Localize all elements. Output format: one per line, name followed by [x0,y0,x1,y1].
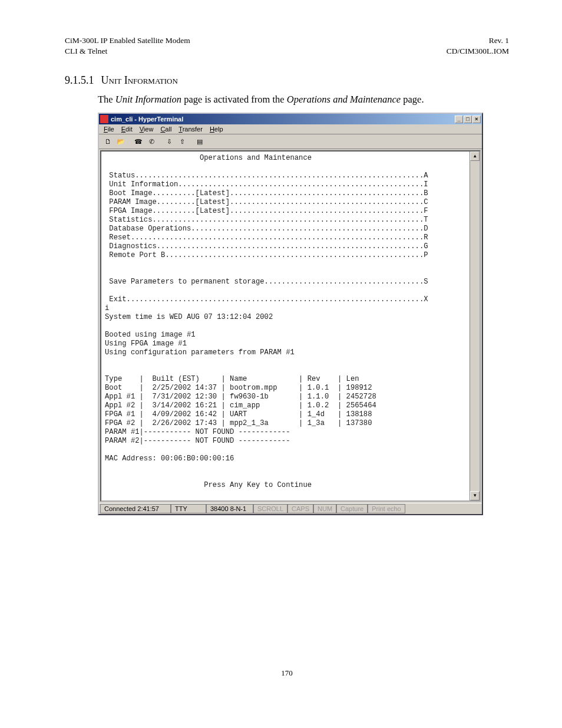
menu-help[interactable]: Help [210,126,223,133]
open-icon[interactable]: 📂 [114,136,127,147]
close-button[interactable]: × [472,116,481,123]
scroll-track[interactable] [470,161,480,491]
scroll-up-icon[interactable]: ▴ [470,151,480,161]
window-title: cim_cli - HyperTerminal [111,116,455,123]
menubar: File Edit View Call Transfer Help [99,124,482,134]
status-rate: 38400 8-N-1 [206,504,253,513]
status-num: NUM [313,504,336,513]
vertical-scrollbar[interactable]: ▴ ▾ [470,151,480,500]
terminal-area: Operations and Maintenance Status.......… [100,150,481,502]
menu-file[interactable]: File [104,126,114,133]
maximize-button[interactable]: □ [464,116,472,123]
status-capture: Capture [336,504,368,513]
intro-em1: Unit Information [115,94,181,105]
statusbar: Connected 2:41:57 TTY 38400 8-N-1 SCROLL… [99,503,482,514]
menu-view[interactable]: View [140,126,154,133]
section-number: 9.1.5.1 [65,74,94,87]
intro-text: The [98,94,115,105]
call-disconnect-icon[interactable]: ✆ [145,136,158,147]
section-title: Unit Information [101,74,178,86]
toolbar: 🗋 📂 ☎ ✆ ⇩ ⇧ ▤ [99,134,482,149]
call-connect-icon[interactable]: ☎ [132,136,145,147]
menu-edit[interactable]: Edit [121,126,133,133]
header-right: Rev. 1 CD/CIM300L.IOM [447,35,509,57]
status-printecho: Print echo [368,504,405,513]
status-emulation: TTY [171,504,206,513]
new-doc-icon[interactable]: 🗋 [101,136,114,147]
header-left: CiM-300L IP Enabled Satellite Modem CLI … [65,35,190,57]
send-icon[interactable]: ⇩ [163,136,176,147]
minimize-button[interactable]: _ [455,116,463,123]
menu-call[interactable]: Call [160,126,171,133]
app-icon [100,115,108,123]
intro-suffix: page. [401,94,424,105]
intro-mid: page is activated from the [181,94,287,105]
status-connected: Connected 2:41:57 [100,504,171,513]
status-scroll: SCROLL [253,504,287,513]
terminal-output[interactable]: Operations and Maintenance Status.......… [101,151,470,500]
intro-em2: Operations and Maintenance [287,94,401,105]
doc-header: CiM-300L IP Enabled Satellite Modem CLI … [65,35,509,57]
status-caps: CAPS [287,504,313,513]
hyperterminal-window: cim_cli - HyperTerminal _ □ × File Edit … [98,113,483,515]
window-titlebar[interactable]: cim_cli - HyperTerminal _ □ × [99,114,482,124]
scroll-down-icon[interactable]: ▾ [470,491,480,500]
header-left-line1: CiM-300L IP Enabled Satellite Modem [65,35,190,46]
section-heading: 9.1.5.1 Unit Information [65,74,509,87]
header-right-line1: Rev. 1 [447,35,509,46]
menu-transfer[interactable]: Transfer [178,126,203,133]
section-intro: The Unit Information page is activated f… [98,94,509,106]
properties-icon[interactable]: ▤ [193,136,206,147]
receive-icon[interactable]: ⇧ [176,136,189,147]
header-right-line2: CD/CIM300L.IOM [447,46,509,57]
header-left-line2: CLI & Telnet [65,46,190,57]
page-number: 170 [65,668,509,678]
